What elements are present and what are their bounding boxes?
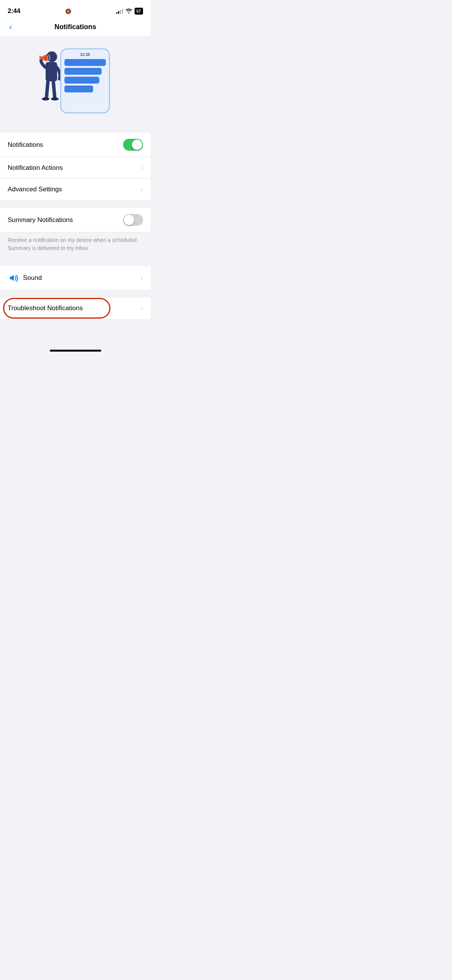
section-gap-3 xyxy=(0,290,151,298)
svg-point-4 xyxy=(45,54,48,61)
notifications-label: Notifications xyxy=(8,141,43,149)
phone-time: 12:38 xyxy=(64,53,106,57)
section-troubleshoot: Troubleshoot Notifications › xyxy=(0,298,151,319)
advanced-settings-label: Advanced Settings xyxy=(8,186,62,193)
chevron-icon: › xyxy=(141,164,143,172)
troubleshoot-row[interactable]: Troubleshoot Notifications › xyxy=(0,298,151,319)
advanced-settings-right: › xyxy=(141,186,143,194)
bottom-spacer xyxy=(0,319,151,342)
notification-illustration: 12:38 xyxy=(37,48,114,117)
notification-actions-row[interactable]: Notification Actions › xyxy=(0,157,151,179)
notif-bar-2 xyxy=(64,68,102,75)
status-time: 2:44 xyxy=(8,7,20,15)
notification-actions-right: › xyxy=(141,164,143,172)
home-indicator xyxy=(50,350,101,352)
sound-label: Sound xyxy=(23,274,42,282)
summary-description: Receive a notification on my device when… xyxy=(0,232,151,258)
sound-icon-container xyxy=(8,272,19,284)
troubleshoot-right: › xyxy=(141,304,143,312)
sound-row[interactable]: Sound › xyxy=(0,266,151,290)
notifications-toggle[interactable] xyxy=(123,139,143,151)
chevron-icon: › xyxy=(141,186,143,194)
notif-bar-3 xyxy=(64,77,100,84)
chevron-icon: › xyxy=(141,274,143,282)
section-gap-2 xyxy=(0,258,151,266)
sound-icon xyxy=(8,273,18,283)
troubleshoot-label: Troubleshoot Notifications xyxy=(8,304,83,312)
wifi-icon xyxy=(125,8,132,15)
svg-point-2 xyxy=(42,97,49,100)
advanced-settings-row[interactable]: Advanced Settings › xyxy=(0,179,151,200)
nav-bar: ‹ Notifications xyxy=(0,19,151,37)
section-gap-1 xyxy=(0,200,151,208)
section-main-settings: Notifications Notification Actions › Adv… xyxy=(0,133,151,200)
chevron-icon: › xyxy=(141,304,143,312)
mute-icon: 🔕 xyxy=(65,8,71,14)
section-summary: Summary Notifications Receive a notifica… xyxy=(0,208,151,258)
signal-bars xyxy=(116,8,123,14)
back-button[interactable]: ‹ xyxy=(6,21,15,34)
section-sound: Sound › xyxy=(0,266,151,290)
summary-notifications-toggle[interactable] xyxy=(123,214,143,226)
status-icons: 57 xyxy=(116,8,143,15)
notifications-row[interactable]: Notifications xyxy=(0,133,151,157)
summary-notifications-label: Summary Notifications xyxy=(8,216,73,224)
notification-actions-label: Notification Actions xyxy=(8,164,63,172)
status-bar: 2:44 🔕 57 xyxy=(0,0,151,19)
home-indicator-area xyxy=(0,342,151,356)
phone-frame: 12:38 xyxy=(60,48,110,113)
notif-bar-4 xyxy=(64,86,94,92)
svg-point-3 xyxy=(51,97,59,100)
hero-area: 12:38 xyxy=(0,37,151,133)
summary-notifications-row[interactable]: Summary Notifications xyxy=(0,208,151,232)
svg-rect-1 xyxy=(46,62,57,81)
notif-bar-1 xyxy=(64,59,106,66)
sound-right: › xyxy=(141,274,143,282)
battery-indicator: 57 xyxy=(135,8,143,15)
page-title: Notifications xyxy=(54,23,96,31)
